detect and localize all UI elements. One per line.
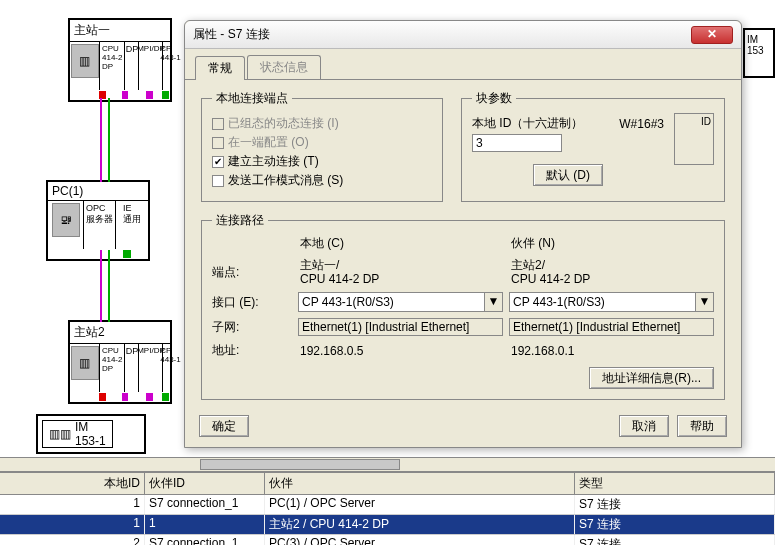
id-slot-graphic: ID bbox=[674, 113, 714, 165]
pc-icon: 🖳 bbox=[52, 203, 80, 237]
block-params-legend: 块参数 bbox=[472, 90, 516, 107]
table-row[interactable]: 1 1 主站2 / CPU 414-2 DP S7 连接 bbox=[0, 515, 775, 535]
partner-subnet-value bbox=[509, 318, 714, 336]
partner-addr-value: 192.168.0.1 bbox=[509, 344, 714, 358]
station-2-title: 主站2 bbox=[70, 322, 170, 344]
tab-status[interactable]: 状态信息 bbox=[247, 55, 321, 79]
default-button[interactable]: 默认 (D) bbox=[533, 164, 603, 186]
connection-table: 本地ID 伙伴ID 伙伴 类型 1 S7 connection_1 PC(1) … bbox=[0, 471, 775, 545]
one-end-checkbox bbox=[212, 137, 224, 149]
horizontal-scrollbar[interactable] bbox=[0, 457, 775, 471]
im-module[interactable]: ▥▥IM 153-1 bbox=[36, 414, 146, 454]
local-id-input[interactable] bbox=[472, 134, 562, 152]
chevron-down-icon[interactable]: ▼ bbox=[696, 292, 714, 312]
table-row[interactable]: 1 S7 connection_1 PC(1) / OPC Server S7 … bbox=[0, 495, 775, 515]
close-button[interactable]: ✕ bbox=[691, 26, 733, 44]
col-partner: 伙伴 (N) bbox=[509, 235, 714, 252]
dialog-tabs: 常规 状态信息 bbox=[185, 49, 741, 80]
tab-general[interactable]: 常规 bbox=[195, 56, 245, 80]
connection-path-group: 连接路径 本地 (C) 伙伴 (N) 端点: 主站一/ CPU 414-2 DP… bbox=[201, 212, 725, 400]
chevron-down-icon[interactable]: ▼ bbox=[485, 292, 503, 312]
station-1[interactable]: 主站一 ▥ CPU 414-2 DP DP MPI/DP CP 443-1 bbox=[68, 18, 172, 102]
dialog-titlebar[interactable]: 属性 - S7 连接 ✕ bbox=[185, 21, 741, 49]
row-addr-label: 地址: bbox=[212, 342, 292, 359]
partner-interface-combo[interactable]: ▼ bbox=[509, 292, 714, 312]
im-module-right: IM 153 bbox=[743, 28, 775, 78]
rack-icon: ▥ bbox=[71, 346, 99, 380]
local-subnet-value bbox=[298, 318, 503, 336]
rack-icon: ▥ bbox=[71, 44, 99, 78]
local-endpoint-legend: 本地连接端点 bbox=[212, 90, 292, 107]
station-1-title: 主站一 bbox=[70, 20, 170, 42]
local-endpoint-group: 本地连接端点 已组态的动态连接 (I) 在一端配置 (O) ✔建立主动连接 (T… bbox=[201, 90, 443, 202]
local-endpoint-value: 主站一/ CPU 414-2 DP bbox=[298, 258, 503, 286]
dialog-title: 属性 - S7 连接 bbox=[193, 26, 691, 43]
pc-1[interactable]: PC(1) 🖳 OPC 服务器 IE 通用 bbox=[46, 180, 150, 261]
workmode-checkbox[interactable] bbox=[212, 175, 224, 187]
pc-1-title: PC(1) bbox=[48, 182, 148, 201]
cancel-button[interactable]: 取消 bbox=[619, 415, 669, 437]
station-2[interactable]: 主站2 ▥ CPU 414-2 DP DP MPI/DP CP 443-1 bbox=[68, 320, 172, 404]
s7-connection-properties-dialog: 属性 - S7 连接 ✕ 常规 状态信息 本地连接端点 已组态的动态连接 (I)… bbox=[184, 20, 742, 448]
active-conn-checkbox[interactable]: ✔ bbox=[212, 156, 224, 168]
row-endpoint-label: 端点: bbox=[212, 264, 292, 281]
row-subnet-label: 子网: bbox=[212, 319, 292, 336]
partner-endpoint-value: 主站2/ CPU 414-2 DP bbox=[509, 258, 714, 286]
row-interface-label: 接口 (E): bbox=[212, 294, 292, 311]
block-params-group: 块参数 本地 ID（十六进制）W#16#3 默认 (D) ID bbox=[461, 90, 725, 202]
plc-icon: ▥▥ bbox=[49, 427, 71, 441]
scroll-thumb[interactable] bbox=[200, 459, 400, 470]
col-local: 本地 (C) bbox=[298, 235, 503, 252]
local-interface-combo[interactable]: ▼ bbox=[298, 292, 503, 312]
address-detail-button[interactable]: 地址详细信息(R)... bbox=[589, 367, 714, 389]
ok-button[interactable]: 确定 bbox=[199, 415, 249, 437]
dyn-conn-checkbox bbox=[212, 118, 224, 130]
connection-path-legend: 连接路径 bbox=[212, 212, 268, 229]
table-row[interactable]: 2 S7 connection_1 PC(3) / OPC Server S7 … bbox=[0, 535, 775, 545]
help-button[interactable]: 帮助 bbox=[677, 415, 727, 437]
table-header: 本地ID 伙伴ID 伙伴 类型 bbox=[0, 473, 775, 495]
local-addr-value: 192.168.0.5 bbox=[298, 344, 503, 358]
